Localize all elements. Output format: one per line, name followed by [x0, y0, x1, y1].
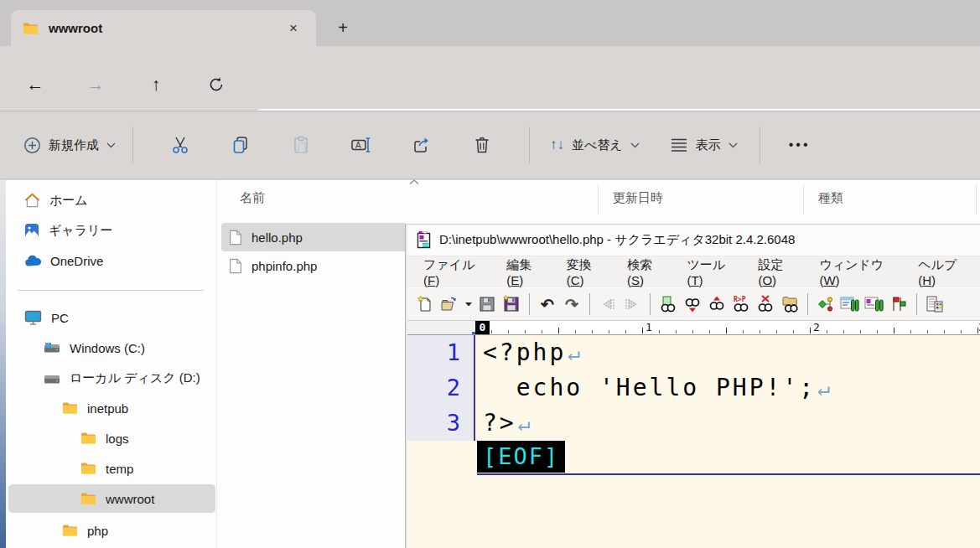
delete-button[interactable]: [465, 128, 499, 162]
sort-icon: ↑↓: [550, 137, 564, 153]
code-text: ?>: [483, 409, 516, 437]
gallery-icon: [24, 223, 39, 238]
explorer-tab-wwwroot[interactable]: wwwroot ×: [11, 10, 316, 46]
copy-icon: [231, 135, 251, 155]
sidebar-divider: [18, 290, 204, 291]
rename-button[interactable]: A: [345, 128, 378, 162]
file-row-phpinfo-php[interactable]: phpinfo.php: [221, 251, 407, 280]
view-list-icon: [670, 137, 688, 153]
cut-button[interactable]: [163, 128, 197, 162]
sidebar-item-pc[interactable]: PC: [8, 303, 215, 332]
menu-settings[interactable]: 設定(O): [747, 257, 808, 287]
menu-edit[interactable]: 編集(E): [495, 257, 555, 287]
view-button[interactable]: 表示: [670, 137, 738, 153]
column-header-name[interactable]: 名前: [240, 190, 265, 206]
new-tab-button[interactable]: +: [330, 15, 355, 40]
sidebar-item-home[interactable]: ホーム: [8, 186, 215, 215]
grep-window-1-icon[interactable]: [839, 293, 861, 315]
grep-window-2-icon[interactable]: [863, 293, 885, 315]
open-file-icon[interactable]: [438, 293, 460, 315]
find-prev-icon[interactable]: [706, 293, 728, 315]
sidebar-item-wwwroot[interactable]: wwwroot: [8, 484, 215, 513]
sidebar-item-inetpub[interactable]: inetpub: [8, 394, 215, 422]
search-icon[interactable]: [657, 293, 679, 315]
editor-title: D:\inetpub\wwwroot\hello.php - サクラエディタ32…: [439, 232, 795, 248]
paste-button[interactable]: [284, 128, 318, 162]
copy-button[interactable]: [224, 128, 257, 162]
column-header-modified[interactable]: 更新日時: [613, 190, 663, 206]
chevron-down-icon: [630, 142, 640, 148]
line-number: 1: [407, 335, 463, 370]
open-dropdown-icon[interactable]: [463, 293, 474, 315]
search-clear-icon[interactable]: [754, 293, 776, 315]
ruler-cursor-tick: [472, 332, 475, 334]
up-button[interactable]: ↑: [137, 66, 174, 103]
trash-icon: [472, 135, 492, 155]
sidebar-item-label: ローカル ディスク (D:): [70, 370, 200, 386]
sort-label: 並べ替え: [572, 137, 623, 153]
refresh-button[interactable]: [198, 66, 235, 103]
sidebar-item-onedrive[interactable]: OneDrive: [8, 246, 215, 275]
tab-close-icon[interactable]: ×: [283, 20, 304, 37]
screen: wwwroot × + ← → ↑ PC ローカル ディスク (D:) inet…: [0, 0, 980, 548]
file-row-hello-php[interactable]: hello.php: [221, 223, 407, 251]
return-mark-icon: ↵: [568, 341, 580, 365]
sidebar-item-php[interactable]: php: [8, 516, 215, 545]
share-button[interactable]: [405, 128, 438, 162]
save-as-icon[interactable]: [500, 293, 522, 315]
menu-help[interactable]: ヘルプ(H): [907, 257, 980, 287]
sidebar-item-drive-d[interactable]: ローカル ディスク (D:): [8, 364, 215, 392]
new-file-icon[interactable]: [414, 293, 436, 315]
explorer-navbar: ← → ↑ PC ローカル ディスク (D:) inetpub wwwroot: [0, 46, 980, 111]
outline-icon[interactable]: [815, 293, 837, 315]
code-line[interactable]: 2 echo 'Hello PHP!';↵: [407, 370, 980, 406]
menu-tools[interactable]: ツール(T): [676, 257, 747, 287]
sort-button[interactable]: ↑↓ 並べ替え: [550, 137, 640, 153]
find-next-icon[interactable]: [682, 293, 703, 315]
sidebar-item-label: ギャラリー: [49, 223, 112, 239]
ruler-number: 1: [646, 321, 652, 334]
jump-next-icon[interactable]: [621, 293, 643, 315]
column-header-type[interactable]: 種類: [818, 190, 843, 206]
bookmark-marks-icon[interactable]: [888, 293, 910, 315]
sort-ascending-icon: [408, 178, 420, 185]
sakura-editor-icon: [416, 231, 432, 249]
save-icon[interactable]: [476, 293, 498, 315]
code-line[interactable]: 3?>↵: [407, 406, 980, 441]
explorer-toolbar: 新規作成 A ↑↓ 並べ替え 表示: [0, 111, 980, 179]
cursor-line[interactable]: [EOF]: [477, 441, 980, 475]
svg-text:A: A: [355, 141, 361, 150]
undo-icon[interactable]: ↶: [537, 293, 558, 315]
sidebar-item-temp[interactable]: temp: [8, 454, 215, 483]
menu-file[interactable]: ファイル(F): [412, 257, 495, 287]
view-label: 表示: [696, 137, 721, 153]
menu-convert[interactable]: 変換(C): [556, 257, 616, 287]
column-divider[interactable]: [803, 184, 804, 215]
file-icon: [229, 230, 242, 246]
forward-button[interactable]: →: [77, 66, 114, 103]
redo-icon[interactable]: ↷: [561, 293, 583, 315]
back-button[interactable]: ←: [17, 66, 54, 103]
menu-window[interactable]: ウィンドウ(W): [808, 257, 907, 287]
cut-icon: [170, 135, 190, 155]
sidebar: ホーム ギャラリー OneDrive PC Windows (C:) ローカ: [6, 180, 216, 548]
editor-titlebar[interactable]: D:\inetpub\wwwroot\hello.php - サクラエディタ32…: [407, 225, 980, 256]
menu-search[interactable]: 検索(S): [616, 257, 676, 287]
editor-text-area[interactable]: 1<?php↵ 2 echo 'Hello PHP!';↵ 3?>↵ [EOF]: [407, 335, 980, 547]
more-options-button[interactable]: •••: [789, 137, 811, 153]
replace-icon[interactable]: R>P: [730, 293, 752, 315]
column-divider[interactable]: [598, 184, 599, 215]
column-divider[interactable]: [976, 184, 977, 215]
sidebar-item-logs[interactable]: logs: [8, 424, 215, 452]
pc-icon: [24, 310, 42, 325]
grid-view-icon[interactable]: [924, 293, 946, 315]
sidebar-item-gallery[interactable]: ギャラリー: [8, 216, 215, 245]
jump-prev-icon[interactable]: [597, 293, 619, 315]
code-line[interactable]: 1<?php↵: [407, 335, 980, 370]
sidebar-item-windows-c[interactable]: Windows (C:): [8, 333, 215, 362]
grep-icon[interactable]: [779, 293, 801, 315]
new-item-button[interactable]: 新規作成: [23, 137, 116, 154]
onedrive-icon: [24, 255, 41, 266]
toolbar-divider: [529, 293, 530, 315]
toolbar-divider: [760, 127, 760, 163]
